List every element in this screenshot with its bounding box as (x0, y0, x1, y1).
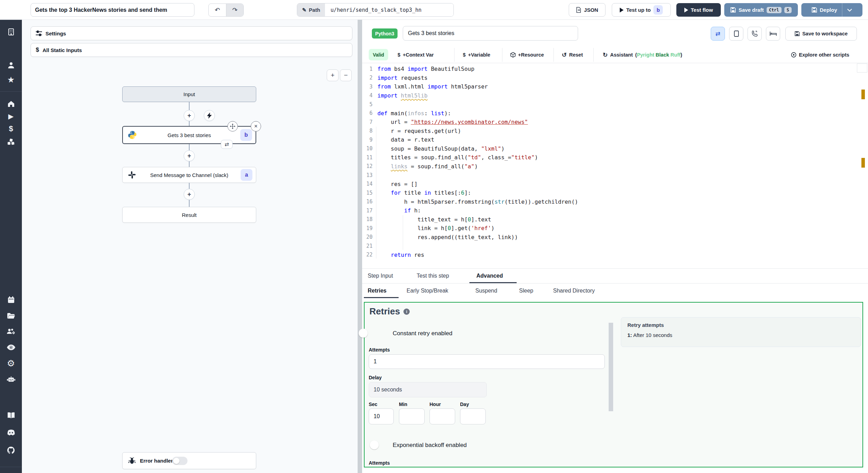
panel-resize-handle[interactable] (358, 20, 362, 473)
sidebar-item-favorites[interactable]: ★ (0, 74, 22, 86)
code-line[interactable]: 16 h = html5parser.fromstring(str(title)… (362, 197, 859, 206)
code-line[interactable]: 18 title_text = h[0].text (362, 215, 859, 224)
code-line[interactable]: 12 links = soup.find_all("a") (362, 162, 859, 171)
sleep-button[interactable] (766, 27, 780, 41)
tab-test-this-step[interactable]: Test this step (417, 273, 449, 279)
minimap-slider[interactable] (857, 64, 867, 73)
code-line[interactable]: 9 data = r.text (362, 135, 859, 144)
code-line[interactable]: 3from lxml.html import html5parser (362, 82, 859, 91)
sidebar-item-variables[interactable]: $ (0, 123, 22, 135)
sidebar-item-user[interactable] (0, 59, 22, 71)
sidebar-item-workers[interactable] (0, 373, 22, 386)
reset-button[interactable]: ↺ Reset (562, 50, 583, 60)
add-variable-button[interactable]: $ +Variable (463, 50, 490, 60)
sidebar-item-docs[interactable] (0, 409, 22, 422)
code-line[interactable]: 6def main(infos: list): (362, 109, 859, 118)
redo-button[interactable]: ↷ (226, 4, 243, 16)
explore-scripts-button[interactable]: Explore other scripts (791, 50, 849, 60)
code-line[interactable]: 19 link = h[0].get('href') (362, 224, 859, 233)
error-handler-node[interactable]: Error handler (122, 452, 256, 469)
sidebar-item-github[interactable] (0, 444, 22, 456)
flow-node-input[interactable]: Input (122, 86, 256, 102)
tab-sleep[interactable]: Sleep (519, 288, 533, 294)
sidebar-item-resources[interactable] (0, 136, 22, 148)
code-line[interactable]: 11 titles = soup.find_all("td", class_="… (362, 153, 859, 162)
retry-indicator-chip[interactable]: ⇄ (221, 140, 233, 149)
save-to-workspace-button[interactable]: Save to workspace (785, 27, 857, 41)
flow-node-step-a[interactable]: Send Message to Channel (slack) a (122, 167, 256, 183)
code-line[interactable]: 4import html5lib (362, 91, 859, 100)
code-line[interactable]: 13 (362, 171, 859, 180)
assistant-button[interactable]: ↻ Assistant (Pyright Black Ruff) (603, 50, 682, 60)
attempts-input[interactable] (369, 354, 605, 369)
code-line[interactable]: 1from bs4 import BeautifulSoup (362, 65, 859, 74)
sidebar-item-schedules[interactable] (0, 294, 22, 306)
path-value[interactable]: u/henri/send_to_slack_top3_hn (325, 3, 453, 16)
add-variable-label: +Variable (468, 52, 490, 58)
code-line[interactable]: 22 return res (362, 251, 859, 260)
error-handler-toggle[interactable] (172, 457, 187, 465)
zoom-out-button[interactable]: − (340, 69, 352, 81)
sec-input[interactable] (369, 408, 394, 424)
code-line[interactable]: 15 for title in titles[:6]: (362, 188, 859, 197)
flow-settings-button[interactable]: Settings (31, 26, 352, 40)
sidebar-item-home[interactable] (0, 98, 22, 110)
add-resource-button[interactable]: +Resource (510, 50, 544, 60)
add-context-var-button[interactable]: $ +Context Var (398, 50, 434, 60)
retry-settings-button[interactable]: ⇄ (711, 27, 725, 41)
test-up-to-button[interactable]: Test up to b (612, 3, 671, 17)
move-icon (230, 124, 235, 129)
undo-button[interactable]: ↶ (209, 4, 226, 16)
tab-advanced[interactable]: Advanced (476, 273, 503, 279)
step-title-input[interactable] (403, 26, 578, 41)
tab-suspend[interactable]: Suspend (475, 288, 497, 294)
json-button[interactable]: JSON (569, 3, 606, 17)
sidebar-item-settings[interactable]: ⚙ (0, 357, 22, 370)
code-editor[interactable]: 1from bs4 import BeautifulSoup2import re… (362, 65, 859, 259)
retries-scrollbar[interactable] (609, 323, 613, 411)
static-inputs-button[interactable]: $ All Static Inputs (31, 43, 352, 57)
flow-node-result[interactable]: Result (122, 207, 256, 223)
sidebar-item-audit-logs[interactable] (0, 341, 22, 354)
sidebar-item-groups[interactable] (0, 325, 22, 338)
tab-early-stop[interactable]: Early Stop/Break (407, 288, 448, 294)
tab-retries[interactable]: Retries (368, 288, 386, 294)
delete-step-button[interactable]: × (251, 121, 261, 132)
test-flow-button[interactable]: Test flow (676, 3, 721, 17)
add-step-button[interactable]: + (184, 189, 195, 200)
sidebar-item-discord[interactable] (0, 426, 22, 439)
code-line[interactable]: 20 res.append((title_text, link)) (362, 233, 859, 242)
code-line[interactable]: 2import requests (362, 74, 859, 83)
code-line[interactable]: 17 if h: (362, 206, 859, 215)
suspend-button[interactable] (748, 27, 762, 41)
code-line[interactable]: 21 (362, 242, 859, 251)
code-line[interactable]: 8 r = requests.get(url) (362, 127, 859, 136)
save-draft-button[interactable]: Save draft Ctrl S (724, 3, 798, 17)
flow-title-input[interactable] (31, 3, 194, 17)
early-stop-button[interactable] (729, 27, 743, 41)
code-line[interactable]: 14 res = [] (362, 180, 859, 189)
code-line[interactable]: 5 (362, 100, 859, 109)
deploy-dropdown-button[interactable] (842, 7, 857, 13)
tab-step-input[interactable]: Step Input (368, 273, 393, 279)
zoom-in-button[interactable]: + (327, 69, 339, 81)
sidebar-item-runs[interactable]: ▶ (0, 110, 22, 123)
code-line[interactable]: 7 url = "https://news.ycombinator.com/ne… (362, 118, 859, 127)
min-input[interactable] (399, 408, 425, 424)
add-step-button[interactable]: + (184, 110, 195, 121)
assistant-black-label: Black (656, 52, 669, 58)
sidebar-item-workspace[interactable] (0, 26, 22, 38)
info-icon[interactable]: i (403, 309, 410, 315)
day-input[interactable] (460, 408, 486, 424)
hour-input[interactable] (429, 408, 455, 424)
add-step-button[interactable]: + (184, 150, 195, 161)
dollar-icon: $ (463, 52, 466, 58)
deploy-button[interactable]: Deploy (801, 3, 862, 17)
move-step-button[interactable] (227, 121, 238, 132)
path-field[interactable]: ✎ Path u/henri/send_to_slack_top3_hn (297, 3, 454, 17)
retry-attempt-text: After 10 seconds (633, 332, 673, 338)
code-line[interactable]: 10 soup = BeautifulSoup(data, "lxml") (362, 144, 859, 153)
trigger-button[interactable] (204, 110, 215, 121)
sidebar-item-folders[interactable] (0, 310, 22, 322)
tab-shared-directory[interactable]: Shared Directory (553, 288, 595, 294)
